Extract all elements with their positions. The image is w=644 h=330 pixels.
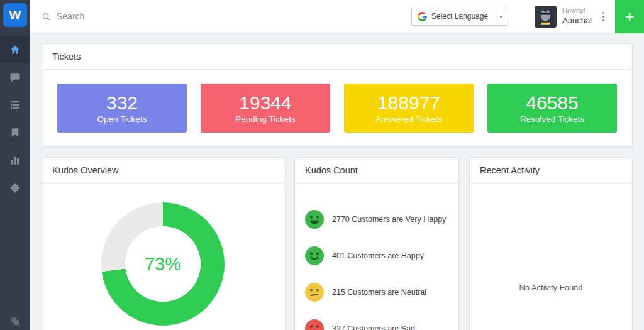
kudos-count-title: Kudos Count — [295, 158, 458, 184]
stat-label: Pending Tickets — [235, 114, 295, 124]
avatar — [535, 6, 557, 28]
kudos-item-text: 327 Customers are Sad — [332, 324, 415, 330]
kudos-item-very-happy: 2770 Customers are Very Happy — [305, 210, 448, 229]
kudos-item-text: 2770 Customers are Very Happy — [332, 215, 446, 224]
search-input[interactable] — [57, 11, 245, 21]
topbar: Select Language ▼ Howdy! — [30, 0, 644, 33]
kudos-percent-label: 73% — [101, 202, 225, 326]
list-icon — [9, 99, 21, 111]
cards-row: Kudos Overview 73% Kudos Count — [42, 157, 633, 330]
sidebar-item-chat[interactable] — [0, 63, 30, 91]
language-selector[interactable]: Select Language ▼ — [411, 8, 508, 26]
sidebar-item-bar-chart[interactable] — [0, 146, 30, 174]
kudos-count-panel: Kudos Count 2770 Customers are Very Happ… — [294, 157, 459, 330]
home-icon — [9, 44, 21, 55]
bookmark-icon — [9, 127, 21, 138]
sidebar-item-bookmark[interactable] — [0, 119, 30, 146]
sidebar-item-list[interactable] — [0, 91, 30, 119]
user-menu[interactable]: Howdy! Aanchal — [535, 6, 592, 28]
kudos-donut: 73% — [101, 202, 225, 326]
kudos-item-sad: 327 Customers are Sad — [305, 319, 448, 330]
stat-resolved-tickets[interactable]: 46585 Resolved Tickets — [487, 84, 617, 133]
kudos-overview-title: Kudos Overview — [42, 158, 284, 184]
kudos-item-text: 401 Customers are Happy — [332, 251, 424, 260]
recent-activity-panel: Recent Activity No Activity Found — [469, 157, 633, 330]
stat-label: Resolved Tickets — [520, 114, 584, 124]
stat-open-tickets[interactable]: 332 Open Tickets — [57, 84, 187, 133]
kudos-item-neutral: 215 Customers are Neutral — [305, 283, 448, 302]
tickets-title: Tickets — [42, 44, 632, 70]
kudos-item-happy: 401 Customers are Happy — [305, 246, 448, 265]
stat-value: 188977 — [377, 92, 440, 114]
overlap-squares-icon — [10, 316, 20, 326]
add-button[interactable]: + — [615, 0, 644, 33]
stat-value: 332 — [106, 92, 138, 114]
stat-value: 19344 — [239, 92, 291, 114]
empty-state-text: No Activity Found — [519, 283, 582, 292]
main-area: Select Language ▼ Howdy! — [30, 0, 644, 330]
stat-pending-tickets[interactable]: 19344 Pending Tickets — [201, 84, 330, 133]
recent-activity-title: Recent Activity — [470, 158, 632, 184]
chat-icon — [9, 72, 21, 83]
username: Aanchal — [562, 16, 592, 26]
very-happy-face-icon — [305, 210, 324, 229]
sidebar: W — [0, 0, 30, 330]
content: Tickets 332 Open Tickets 19344 Pending T… — [30, 33, 644, 330]
user-text: Howdy! Aanchal — [562, 7, 592, 26]
stat-answered-tickets[interactable]: 188977 Answered Tickets — [344, 84, 474, 133]
kudos-item-text: 215 Customers are Neutral — [332, 288, 426, 297]
tickets-panel: Tickets 332 Open Tickets 19344 Pending T… — [42, 43, 633, 147]
sad-face-icon — [305, 319, 324, 330]
tickets-stats: 332 Open Tickets 19344 Pending Tickets 1… — [42, 70, 632, 146]
neutral-face-icon — [305, 283, 324, 302]
stat-value: 46585 — [526, 92, 578, 114]
chevron-down-icon: ▼ — [494, 8, 508, 25]
greeting: Howdy! — [562, 7, 586, 16]
logo-letter: W — [9, 8, 21, 23]
google-icon — [418, 12, 427, 21]
sidebar-footer-button[interactable] — [0, 316, 30, 326]
sidebar-item-puzzle[interactable] — [0, 174, 30, 202]
app-logo[interactable]: W — [3, 3, 27, 27]
stat-label: Answered Tickets — [375, 114, 442, 124]
app-window: W — [0, 0, 644, 330]
stat-label: Open Tickets — [97, 114, 147, 124]
kudos-overview-panel: Kudos Overview 73% — [42, 157, 284, 330]
search-icon — [42, 12, 51, 21]
language-selector-label: Select Language — [431, 12, 488, 21]
topbar-right: Select Language ▼ Howdy! — [411, 0, 644, 33]
sidebar-item-home[interactable] — [0, 36, 30, 63]
kebab-menu-icon[interactable] — [601, 9, 606, 24]
search-box[interactable] — [42, 11, 411, 21]
puzzle-icon — [9, 182, 21, 194]
happy-face-icon — [305, 246, 324, 265]
bar-chart-icon — [9, 155, 21, 166]
